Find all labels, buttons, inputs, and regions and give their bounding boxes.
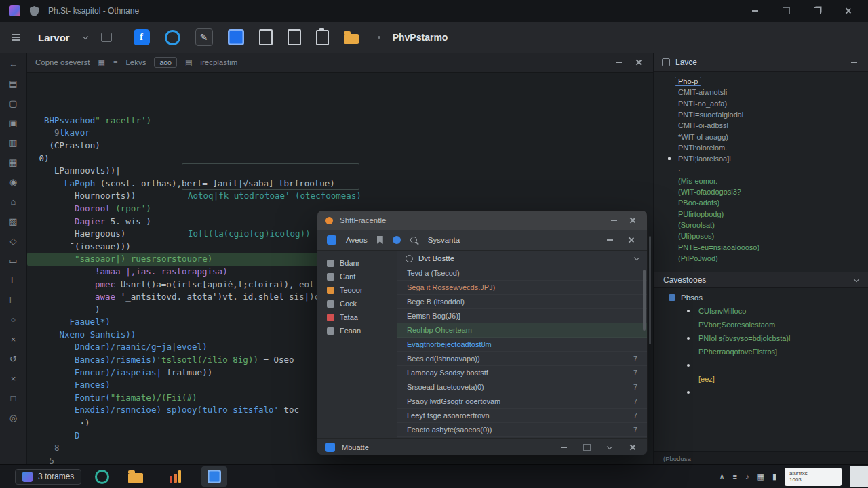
code-line[interactable]: Dagier 5. wis-): [27, 216, 151, 228]
view-list-icon[interactable]: ≡: [113, 58, 117, 66]
browser-ring-icon[interactable]: [165, 30, 180, 45]
tree-item[interactable]: PUlirtopbodg): [654, 209, 868, 220]
code-line[interactable]: Fances): [27, 379, 111, 392]
dialog-sidebar-item[interactable]: Cant: [317, 270, 397, 283]
vcs-widget-icon[interactable]: [101, 33, 112, 42]
services-icon[interactable]: ◇: [6, 235, 21, 247]
code-line[interactable]: Faauel*): [27, 316, 111, 329]
minimize-button[interactable]: [749, 5, 761, 17]
dialog-sidebar-item[interactable]: Bdanr: [317, 256, 397, 270]
chevron-up-icon[interactable]: ∧: [719, 472, 725, 481]
dialog-list-item[interactable]: Tevd a (Tsecod): [397, 266, 647, 281]
dialog-list-item[interactable]: Sega it Rossewvecds.JPJ): [397, 281, 647, 295]
maximize-button[interactable]: [780, 5, 792, 17]
code-line[interactable]: 8: [27, 442, 60, 455]
dialog-list-item[interactable]: Evagtnorbejectoadtost8m: [397, 338, 647, 352]
code-line[interactable]: D: [27, 430, 80, 443]
app-icon[interactable]: [327, 235, 336, 245]
dialog-close-button[interactable]: [627, 214, 639, 226]
code-line[interactable]: Nxeno-Sanhcìs)): [27, 329, 136, 342]
record-icon[interactable]: [95, 470, 109, 484]
code-line[interactable]: 0): [27, 152, 50, 165]
dialog-sidebar-item[interactable]: Cock: [317, 297, 397, 310]
facebook-icon[interactable]: f: [134, 29, 150, 45]
tree-item[interactable]: ·: [654, 164, 868, 175]
bookmark-item[interactable]: [654, 386, 868, 398]
dialog-list-item[interactable]: Feacto asbyte(saoeos(0))7: [397, 423, 647, 437]
copy-icon[interactable]: ▤: [185, 58, 192, 67]
dialog-sidebar-item[interactable]: Feaan: [317, 324, 397, 338]
bookmark-item[interactable]: PVbor;Seoresoiestaom: [654, 319, 868, 330]
scope-pill[interactable]: aoo: [154, 57, 177, 68]
tree-root-item[interactable]: Pbsos: [654, 288, 868, 303]
code-line[interactable]: Hournoorts)): [27, 190, 136, 203]
commit-icon[interactable]: ◉: [6, 176, 21, 188]
code-line[interactable]: 5: [27, 455, 54, 464]
clipboard-icon[interactable]: [316, 30, 329, 45]
pen-tool-icon[interactable]: ✎: [195, 28, 213, 46]
dialog-list-item[interactable]: Eemsn Bog(J6)]: [397, 309, 647, 323]
history-icon[interactable]: ↺: [6, 353, 21, 365]
project-icon[interactable]: ▤: [6, 78, 21, 90]
code-line[interactable]: Enncur)/iaspeias| fratmue)): [27, 367, 212, 380]
list-header[interactable]: Dvt Bostte: [397, 251, 647, 266]
code-line[interactable]: LPannoovts))|: [27, 165, 121, 178]
view-grid-icon[interactable]: ▦: [98, 58, 105, 67]
blue-app-icon[interactable]: [228, 29, 244, 45]
structure-icon[interactable]: ▧: [6, 216, 21, 228]
tree-item[interactable]: (WIT-ofaodogosl3?: [654, 186, 868, 197]
dialog-sidebar-item[interactable]: Teooor: [317, 283, 397, 297]
list-icon[interactable]: ≡: [733, 472, 737, 481]
code-line[interactable]: Dndcar)/raanic/g=ja|evoel): [27, 341, 208, 354]
code-line[interactable]: Doorool (rpor'): [27, 203, 151, 216]
code-line[interactable]: awae '_antsitovd. atota')vt. id.shlel si…: [27, 291, 325, 304]
close-icon[interactable]: ×: [6, 333, 21, 346]
dialog-list-item[interactable]: Srsoead tacetcoveta)0)7: [397, 380, 647, 394]
menu-icon[interactable]: [9, 31, 22, 43]
taskbar-clock[interactable]: aturfrxs 1003: [785, 468, 842, 486]
code-line[interactable]: 9lkavor: [27, 127, 90, 140]
show-desktop-button[interactable]: [850, 466, 868, 487]
tree-item[interactable]: CMIT-aiwnotsli: [654, 87, 868, 98]
dialog-list-item[interactable]: Lamoeay Ssodsy boststf7: [397, 366, 647, 380]
code-line[interactable]: !amaa |,ias. rastorapgisa): [27, 266, 228, 279]
dialog-list-item[interactable]: Reohbp Ohcerteam: [397, 323, 647, 338]
tree-item[interactable]: PNTI=suoefalgiodal: [654, 109, 868, 120]
sound-icon[interactable]: ♪: [745, 472, 749, 481]
dialog-titlebar[interactable]: ShftFracentle: [317, 211, 647, 230]
hide-panel-button[interactable]: [848, 56, 860, 68]
panels-icon[interactable]: ▥: [6, 137, 21, 149]
code-line[interactable]: ·): [27, 417, 90, 430]
bookmark-item[interactable]: [654, 359, 868, 371]
dialog-scrollbar[interactable]: [643, 270, 646, 331]
tree-item[interactable]: CMIT-oi-adbssl: [654, 120, 868, 131]
frame-icon[interactable]: □: [6, 392, 21, 405]
footer-minimize-icon[interactable]: [557, 441, 570, 453]
bookmark-item[interactable]: PNIol s{bvsyso=bdjolcbsta)l: [654, 332, 868, 344]
code-line[interactable]: BHPsvachod" racettr'): [27, 115, 151, 127]
home-icon[interactable]: ⌂: [6, 196, 21, 208]
taskbar-app-button[interactable]: 3 torames: [15, 469, 81, 485]
folder-icon[interactable]: [344, 34, 359, 44]
tree-item[interactable]: Pho-p: [654, 76, 868, 87]
editor-minimize-button[interactable]: [612, 56, 625, 68]
document-icon[interactable]: [259, 29, 273, 45]
battery-icon[interactable]: ▮: [772, 472, 776, 481]
dialog-toolbar-close-button[interactable]: [625, 234, 637, 246]
code-line[interactable]: Fontur("fiamate)/(Fii(#): [27, 392, 197, 405]
tab-label[interactable]: Lekvs: [125, 58, 146, 66]
code-line[interactable]: _): [27, 304, 100, 317]
code-line[interactable]: pmec Usnrl()a=o(irtsc[apoié,l;cfoiraì), …: [27, 279, 325, 291]
tree-item[interactable]: (PilPoJwod): [654, 253, 868, 264]
tree-item[interactable]: PNTl;iaoreisoa]i: [654, 153, 868, 164]
footer-layout-icon[interactable]: [580, 441, 593, 453]
file-icon[interactable]: ▢: [6, 98, 21, 110]
tree-item[interactable]: *WIT-ol-aoagg): [654, 131, 868, 142]
dialog-toolbar-minimize-button[interactable]: [604, 234, 616, 246]
code-line[interactable]: ¯(ioseaue))): [27, 241, 131, 253]
dialog-minimize-button[interactable]: [608, 214, 620, 226]
dialog-sidebar-item[interactable]: Tataa: [317, 310, 397, 324]
hook-icon[interactable]: ⊢: [6, 294, 21, 306]
tree-item[interactable]: PNTI-no_aofa): [654, 98, 868, 109]
terminal-icon[interactable]: ▭: [6, 255, 21, 267]
